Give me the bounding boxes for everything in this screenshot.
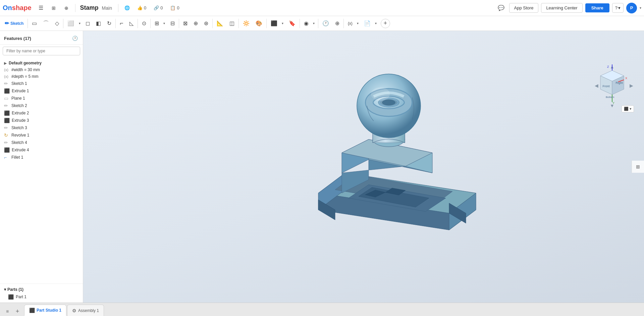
sketch-1-item[interactable]: ✏ Sketch 1 <box>0 80 83 87</box>
display-button[interactable]: ⬛ <box>268 19 280 28</box>
view-display-button[interactable]: ⬛ ▾ <box>622 105 634 112</box>
extrude-button[interactable]: ⬜ <box>65 19 77 28</box>
render-button[interactable]: 🔆 <box>240 19 252 28</box>
sketch-3-icon: ✏ <box>4 125 9 130</box>
hide-button[interactable]: ◉ <box>301 19 311 28</box>
sketch-3-item[interactable]: ✏ Sketch 3 <box>0 124 83 131</box>
help-button[interactable]: ? ▾ <box>612 3 624 13</box>
mirror-button[interactable]: ⊟ <box>168 19 177 28</box>
variable-button[interactable]: (x) <box>345 20 355 27</box>
extrude-2-item[interactable]: ⬛ Extrude 2 <box>0 109 83 117</box>
display-dropdown-button[interactable]: ▾ <box>280 19 285 28</box>
surface-icon: ◻ <box>86 20 90 27</box>
nav-sep-2 <box>118 4 118 12</box>
toolbar-sep-4 <box>138 19 138 28</box>
add-tool-button[interactable]: + <box>381 19 390 28</box>
namedviews-button[interactable]: 🔖 <box>286 19 298 28</box>
more-group: 📄 ▾ <box>361 19 379 28</box>
appearance-icon: 🎨 <box>256 20 262 27</box>
boolean-button[interactable]: ⊕ <box>191 19 201 28</box>
extrude-4-item[interactable]: ⬛ Extrude 4 <box>0 146 83 154</box>
likes-button[interactable]: 👍 0 <box>135 4 149 12</box>
hamburger-menu[interactable]: ☰ <box>36 3 46 13</box>
hide-dropdown-button[interactable]: ▾ <box>311 19 317 28</box>
globe-button[interactable]: 🌐 <box>122 4 132 12</box>
revolve-icon: ↻ <box>107 20 111 27</box>
revolve-1-item[interactable]: ↻ Revolve 1 <box>0 131 83 139</box>
assembly-tab[interactable]: ⚙ Assembly 1 <box>67 305 104 316</box>
more-dropdown-button[interactable]: ▾ <box>373 19 379 28</box>
fillet-button[interactable]: ⌐ <box>117 18 126 28</box>
width-variable-item[interactable]: (x) #width = 30 mm <box>0 66 83 73</box>
split-button[interactable]: ⊠ <box>180 19 190 28</box>
part-studio-tab[interactable]: ⬛ Part Studio 1 <box>24 305 66 316</box>
assembly-label: Assembly 1 <box>78 308 99 313</box>
onshape-logo[interactable]: Onshape <box>3 4 32 12</box>
fillet-1-label: Fillet 1 <box>11 155 23 160</box>
parts-header[interactable]: ▾ Parts (1) <box>0 286 83 293</box>
toolbar-sep-2 <box>63 19 63 28</box>
learning-center-button[interactable]: Learning Center <box>541 3 582 13</box>
pattern-dropdown-button[interactable]: ▾ <box>162 19 167 28</box>
share-button[interactable]: Share <box>585 3 609 12</box>
shell-button[interactable]: ◧ <box>93 19 104 28</box>
document-title: Stamp <box>80 4 99 11</box>
avatar[interactable]: P <box>626 3 637 13</box>
part-1-icon: ⬛ <box>8 294 14 300</box>
default-geometry-item[interactable]: ▶ Default geometry <box>0 59 83 66</box>
3d-model <box>308 69 493 265</box>
sweep-tool-button[interactable]: ⌒ <box>40 18 52 29</box>
feature-tree-toggle[interactable]: ⊞ <box>48 3 59 13</box>
appearance-button[interactable]: 🎨 <box>253 19 265 28</box>
depth-variable-item[interactable]: (x) #depth = 5 mm <box>0 73 83 80</box>
sketch-button[interactable]: ✏ Sketch <box>2 19 26 28</box>
view-cube[interactable]: ▲ ▼ ◀ ▶ Front Right <box>594 64 634 108</box>
hide-icon: ◉ <box>304 20 309 27</box>
thumbs-up-icon: 👍 <box>137 5 143 10</box>
comment-button[interactable]: 💬 <box>496 3 506 13</box>
measure-button[interactable]: 📐 <box>214 19 226 28</box>
sketch-label: Sketch <box>10 21 23 26</box>
toolbar-sep-12 <box>343 19 344 28</box>
revolve-button[interactable]: ↻ <box>104 19 114 28</box>
app-store-button[interactable]: App Store <box>509 3 539 13</box>
variable-icon: (x) <box>348 21 353 26</box>
tab-settings-button[interactable]: ≡ <box>3 307 12 316</box>
extrude-3-item[interactable]: ⬛ Extrude 3 <box>0 117 83 124</box>
svg-text:Bottom: Bottom <box>606 96 614 99</box>
extrude-dropdown-button[interactable]: ▾ <box>77 19 82 28</box>
chamfer-button[interactable]: ◺ <box>127 19 136 28</box>
tab-add-button[interactable]: + <box>13 307 22 316</box>
right-panel-expand[interactable]: ⊞ <box>633 162 643 171</box>
sketch-4-item[interactable]: ✏ Sketch 4 <box>0 139 83 146</box>
hide-group: ◉ ▾ <box>301 19 317 28</box>
axis-button[interactable]: ⊕ <box>332 19 342 28</box>
measure-icon: 📐 <box>217 20 223 27</box>
plane-1-item[interactable]: ▭ Plane 1 <box>0 95 83 102</box>
part-1-item[interactable]: ⬛ Part 1 <box>0 293 83 301</box>
history-button[interactable]: 🕐 <box>71 34 79 42</box>
hole-button[interactable]: ⊙ <box>139 19 149 28</box>
fillet-1-item[interactable]: ⌐ Fillet 1 <box>0 154 83 161</box>
more-tools-button[interactable]: 📄 <box>361 19 373 28</box>
transform-button[interactable]: ⊛ <box>201 19 211 28</box>
sketch-1-icon: ✏ <box>4 81 9 86</box>
more-icon: 📄 <box>364 20 371 27</box>
feature-filter-input[interactable] <box>3 47 80 55</box>
sketch-4-icon: ✏ <box>4 140 9 145</box>
toolbar-sep-9 <box>266 19 267 28</box>
insert-button[interactable]: ⊕ <box>61 3 72 13</box>
versions-button[interactable]: 📋 0 <box>167 4 182 12</box>
pattern-button[interactable]: ⊞ <box>152 19 162 28</box>
3d-viewport[interactable]: ▲ ▼ ◀ ▶ Front Right <box>83 31 644 303</box>
extrude-1-item[interactable]: ⬛ Extrude 1 <box>0 87 83 95</box>
loft-tool-button[interactable]: ◇ <box>52 19 62 28</box>
section-view-button[interactable]: ◫ <box>227 19 237 28</box>
plane-tool-button[interactable]: ▭ <box>29 19 40 28</box>
surface-button[interactable]: ◻ <box>83 19 93 28</box>
clock-tool-button[interactable]: 🕐 <box>320 19 332 28</box>
variable-dropdown-button[interactable]: ▾ <box>355 19 361 28</box>
sketch-2-item[interactable]: ✏ Sketch 2 <box>0 102 83 109</box>
links-button[interactable]: 🔗 0 <box>151 4 165 12</box>
sidebar-header: Features (17) 🕐 <box>0 31 83 45</box>
